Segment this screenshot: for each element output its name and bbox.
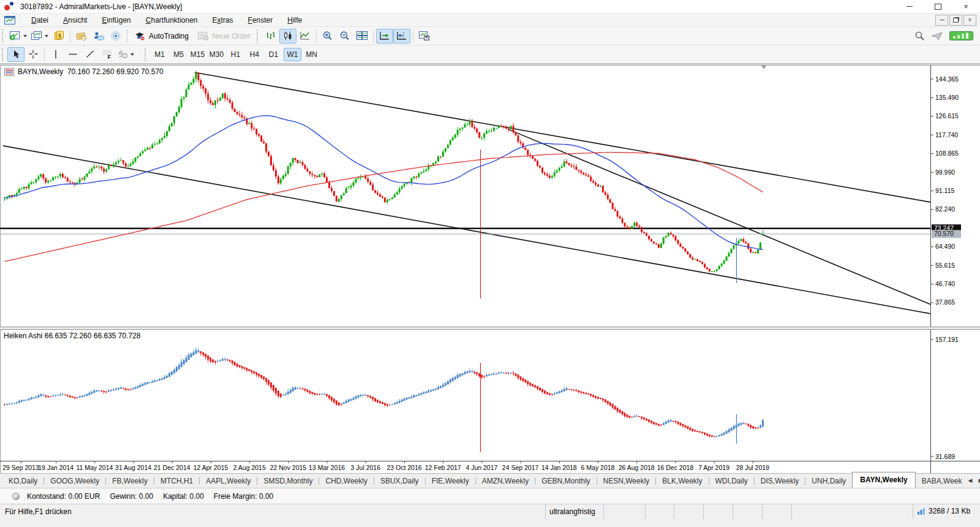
chart-profiles-button[interactable] [29, 29, 50, 44]
chart-shift-button[interactable] [393, 29, 410, 44]
svg-text:2 Aug 2015: 2 Aug 2015 [233, 464, 266, 471]
tab-sbux-daily[interactable]: SBUX,Daily [374, 474, 425, 488]
tab-aapl-weekly[interactable]: AAPL,Weekly [200, 474, 257, 488]
trendline-3[interactable] [508, 129, 931, 305]
svg-text:126.615: 126.615 [935, 112, 959, 119]
svg-text:14 Jan 2018: 14 Jan 2018 [541, 464, 577, 471]
vertical-line-tool-button[interactable] [47, 47, 64, 62]
tile-windows-button[interactable] [353, 29, 371, 44]
price-axis[interactable]: 144.365135.490126.615117.740108.86599.99… [931, 75, 961, 460]
trendline-1[interactable] [195, 72, 931, 202]
account-free-margin: Freie Margin: 0.00 [214, 492, 273, 501]
tab-unh-daily[interactable]: UNH,Daily [805, 474, 852, 488]
time-axis[interactable]: 29 Sep 201319 Jan 201411 May 201431 Aug … [2, 461, 769, 471]
svg-text:11 May 2014: 11 May 2014 [76, 464, 113, 471]
dropdown-caret[interactable] [23, 35, 27, 37]
candlestick-mode-button[interactable] [279, 29, 296, 44]
search-icon[interactable] [914, 31, 925, 41]
maximize-icon [935, 4, 941, 10]
shapes-tool-button[interactable] [116, 47, 136, 62]
templates-button[interactable] [416, 29, 433, 44]
window-close-button[interactable]: × [952, 0, 980, 13]
svg-text:31 Aug 2014: 31 Aug 2014 [115, 464, 151, 471]
dropdown-caret[interactable] [45, 35, 48, 37]
tab-baba-week[interactable]: BABA,Week [916, 474, 968, 488]
send-message-icon[interactable] [931, 31, 943, 41]
menu-hilfe[interactable]: Hilfe [280, 14, 309, 26]
tab-ko-daily[interactable]: KO,Daily [2, 474, 43, 488]
tab-wdi-daily[interactable]: WDI,Daily [709, 474, 754, 488]
tab-fie-weekly[interactable]: FIE,Weekly [426, 474, 475, 488]
menu-extras[interactable]: Extras [205, 14, 241, 26]
toolbar-grip[interactable] [2, 29, 4, 43]
menu-datei[interactable]: Datei [24, 14, 56, 26]
tab-dis-weekly[interactable]: DIS,Weekly [755, 474, 805, 488]
toolbar-grip[interactable] [2, 48, 4, 61]
menu-bar: DateiAnsichtEinfügenChartfunktionenExtra… [0, 13, 980, 27]
menu-ansicht[interactable]: Ansicht [56, 14, 94, 26]
chart-close-button[interactable]: × [963, 15, 976, 26]
status-cell-divider [762, 504, 763, 519]
tab-blk-weekly[interactable]: BLK,Weekly [656, 474, 708, 488]
tab-gebn-monthly[interactable]: GEBN,Monthly [535, 474, 596, 488]
ma-slow-line [5, 153, 763, 262]
tab-smsd-monthly[interactable]: SMSD,Monthly [257, 474, 318, 488]
svg-text:29 Sep 2013: 29 Sep 2013 [2, 464, 39, 471]
cursor-tool-button[interactable] [7, 47, 24, 62]
trendline-tool-button[interactable] [81, 47, 99, 62]
dropdown-caret[interactable] [130, 53, 134, 56]
timeframe-w1-button[interactable]: W1 [284, 48, 301, 61]
svg-text:26 Aug 2018: 26 Aug 2018 [619, 464, 655, 471]
window-minimize-button[interactable] [895, 0, 924, 13]
tab-fb-weekly[interactable]: FB,Weekly [106, 474, 154, 488]
menu-fenster[interactable]: Fenster [241, 14, 281, 26]
tab-nesn-weekly[interactable]: NESN,Weekly [597, 474, 656, 488]
timeframe-h1-button[interactable]: H1 [227, 48, 244, 61]
auto-scroll-button[interactable] [376, 29, 393, 44]
menu-einfügen[interactable]: Einfügen [94, 14, 138, 26]
account-summary-bar: Kontostand: 0.00 EUR Gewinn: 0.00 Kapita… [0, 488, 980, 504]
toolbar-grip[interactable] [257, 29, 259, 43]
crosshair-tool-button[interactable] [24, 47, 42, 62]
svg-text:64.490: 64.490 [935, 243, 955, 250]
window-maximize-button[interactable] [924, 0, 952, 13]
new-order-button[interactable]: Neue Order [193, 29, 255, 44]
chart-minimize-button[interactable] [935, 15, 948, 26]
status-cell-divider [733, 504, 733, 519]
chart-canvas[interactable]: 144.365135.490126.615117.740108.86599.99… [0, 64, 980, 473]
zoom-in-button[interactable] [319, 29, 336, 44]
new-chart-button[interactable] [7, 29, 29, 44]
toolbar-grip[interactable] [145, 48, 147, 61]
horizontal-line-tool-button[interactable] [64, 47, 81, 62]
history-center-button[interactable] [73, 29, 90, 44]
tab-mtch-h1[interactable]: MTCH,H1 [154, 474, 199, 488]
tab-goog-weekly[interactable]: GOOG,Weekly [44, 474, 105, 488]
tab-bayn-weekly[interactable]: BAYN,Weekly [852, 472, 915, 488]
symbols-button[interactable]: $ [50, 29, 67, 44]
timeframe-m30-button[interactable]: M30 [208, 48, 225, 61]
tabs-scroll-left-button[interactable]: ◀ [968, 477, 973, 483]
timeframe-mn-button[interactable]: MN [303, 48, 320, 61]
chart-shift-marker[interactable] [761, 66, 766, 69]
fibonacci-tool-button[interactable]: F [99, 47, 116, 62]
tab-amzn-weekly[interactable]: AMZN,Weekly [476, 474, 535, 488]
line-chart-mode-button[interactable] [296, 29, 314, 44]
trendline-2[interactable] [3, 146, 931, 314]
zoom-out-button[interactable] [336, 29, 353, 44]
timeframe-d1-button[interactable]: D1 [265, 48, 282, 61]
timeframe-m5-button[interactable]: M5 [170, 48, 187, 61]
timeframe-m1-button[interactable]: M1 [151, 48, 168, 61]
svg-text:70.570: 70.570 [934, 230, 954, 237]
title-bar: 30187892 - AdmiralMarkets-Live - [BAYN,W… [0, 0, 980, 13]
menu-chartfunktionen[interactable]: Chartfunktionen [138, 14, 205, 26]
accounts-cloud-button[interactable] [90, 29, 107, 44]
bar-chart-mode-button[interactable] [262, 29, 279, 44]
chart-restore-button[interactable] [949, 15, 962, 26]
timeframe-h4-button[interactable]: H4 [246, 48, 263, 61]
svg-text:144.365: 144.365 [935, 75, 959, 83]
timeframe-m15-button[interactable]: M15 [189, 48, 206, 61]
tab-chd-weekly[interactable]: CHD,Weekly [319, 474, 373, 488]
svg-text:$: $ [58, 32, 61, 39]
autotrading-button[interactable]: AutoTrading [130, 29, 193, 44]
signals-button[interactable] [107, 29, 124, 44]
